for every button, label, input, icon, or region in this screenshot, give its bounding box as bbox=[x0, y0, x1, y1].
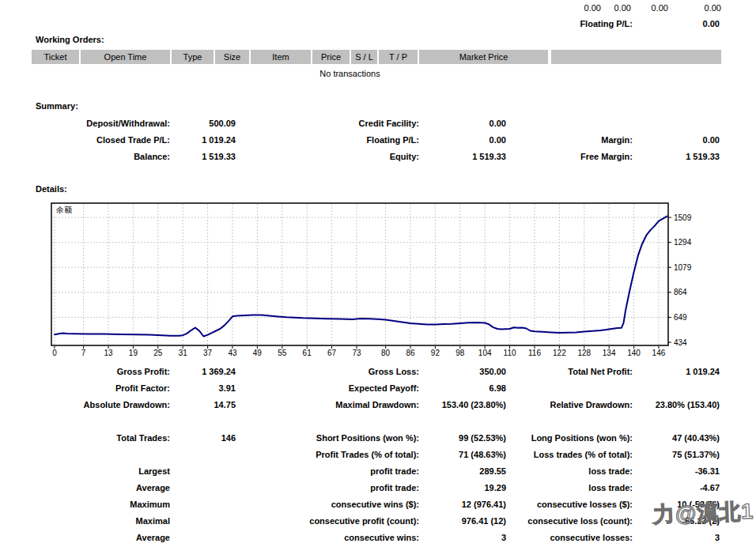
stat-value: 3 bbox=[634, 532, 720, 544]
stat-label: Largest bbox=[32, 466, 170, 477]
summary-value: 0.00 bbox=[421, 118, 506, 130]
x-tick-label: 128 bbox=[577, 349, 591, 357]
x-tick-label: 146 bbox=[652, 349, 666, 357]
details-title: Details: bbox=[36, 184, 67, 194]
y-tick-label: 1294 bbox=[674, 238, 692, 247]
stat-value: 47 (40.43%) bbox=[634, 432, 720, 444]
legend-bg bbox=[55, 205, 75, 215]
stat-value: 6.98 bbox=[421, 383, 506, 394]
orders-header-cell bbox=[551, 50, 721, 64]
stat-label: Loss trades (% of total): bbox=[510, 449, 633, 461]
orders-header-cell: Item bbox=[251, 50, 311, 64]
stat-label: consecutive losses: bbox=[510, 532, 633, 544]
summary-value: 1 519.33 bbox=[634, 151, 720, 163]
stat-value: 1 369.24 bbox=[170, 366, 236, 378]
summary-label: Credit Facility: bbox=[253, 118, 419, 130]
stat-label: Expected Payoff: bbox=[253, 383, 419, 394]
summary-value: 1 519.33 bbox=[421, 151, 506, 163]
x-tick-label: 43 bbox=[228, 349, 237, 357]
summary-label: Deposit/Withdrawal: bbox=[32, 118, 170, 130]
x-tick-label: 116 bbox=[528, 349, 541, 357]
orders-header-cell: Open Time bbox=[81, 50, 170, 64]
stat-label: consecutive wins ($): bbox=[253, 499, 419, 511]
y-tick-label: 434 bbox=[674, 338, 687, 347]
stat-value: 153.40 (23.80%) bbox=[421, 399, 506, 411]
stat-label: Profit Factor: bbox=[32, 383, 170, 394]
x-tick-label: 55 bbox=[278, 349, 287, 357]
x-tick-label: 104 bbox=[478, 349, 492, 357]
x-tick-label: 61 bbox=[303, 349, 312, 357]
stat-label: Total Trades: bbox=[32, 432, 170, 444]
orders-header-cell: Price bbox=[312, 50, 350, 64]
stat-label: Long Positions (won %): bbox=[510, 432, 633, 444]
x-tick-label: 19 bbox=[129, 349, 138, 357]
y-tick-label: 649 bbox=[674, 313, 687, 322]
totals-value: 0.00 bbox=[629, 2, 668, 14]
x-tick-label: 98 bbox=[455, 349, 465, 357]
stat-value: 1 019.24 bbox=[634, 366, 720, 378]
stat-value: 350.00 bbox=[421, 366, 506, 378]
summary-label: Floating P/L: bbox=[253, 134, 419, 146]
orders-header-cell: Type bbox=[172, 50, 214, 64]
stat-label: Maximal Drawdown: bbox=[253, 399, 419, 411]
stat-value: -4.67 bbox=[634, 482, 720, 494]
stat-label: profit trade: bbox=[253, 466, 419, 477]
x-tick-label: 37 bbox=[203, 349, 213, 357]
x-tick-label: 92 bbox=[431, 349, 440, 357]
balance-line bbox=[55, 217, 667, 337]
stat-value: 3.91 bbox=[170, 383, 236, 394]
plot-border bbox=[51, 203, 668, 345]
stat-value: 12 (976.41) bbox=[421, 499, 506, 511]
stat-label: Gross Profit: bbox=[32, 366, 170, 378]
stat-label: Maximum bbox=[32, 499, 170, 511]
totals-value: 0.00 bbox=[592, 2, 631, 14]
orders-header-cell: S / L bbox=[351, 50, 377, 64]
stat-label: consecutive wins: bbox=[253, 532, 419, 544]
watermark-text: 力@漠北1 bbox=[652, 497, 754, 529]
x-tick-label: 67 bbox=[327, 349, 337, 357]
no-transactions-text: No transactions bbox=[32, 68, 668, 80]
x-tick-label: 25 bbox=[153, 349, 163, 357]
stat-label: Gross Loss: bbox=[253, 366, 419, 378]
totals-value: 0.00 bbox=[674, 2, 721, 14]
orders-header-cell: Ticket bbox=[32, 50, 79, 64]
orders-header-cell: T / P bbox=[379, 50, 418, 64]
x-tick-label: 80 bbox=[381, 349, 391, 357]
summary-label: Equity: bbox=[253, 151, 419, 163]
stat-label: loss trade: bbox=[510, 466, 633, 477]
stat-value: 976.41 (12) bbox=[421, 515, 506, 527]
stat-label: consecutive losses ($): bbox=[510, 499, 633, 511]
summary-label: Margin: bbox=[510, 134, 633, 146]
x-tick-label: 73 bbox=[352, 349, 361, 357]
floating-pl-label: Floating P/L: bbox=[506, 18, 633, 30]
stat-label: Average bbox=[32, 532, 170, 544]
stat-value: 23.80% (153.40) bbox=[634, 399, 720, 411]
x-tick-label: 13 bbox=[104, 349, 113, 357]
x-tick-label: 31 bbox=[179, 349, 188, 357]
stat-value: 71 (48.63%) bbox=[421, 449, 506, 461]
summary-value: 500.09 bbox=[170, 118, 236, 130]
summary-value: 0.00 bbox=[634, 134, 720, 146]
x-tick-label: 110 bbox=[504, 349, 516, 357]
working-orders-title: Working Orders: bbox=[36, 35, 104, 44]
plot-area bbox=[51, 203, 668, 345]
stat-value: 3 bbox=[421, 532, 506, 544]
summary-value: 0.00 bbox=[421, 134, 506, 146]
stat-label: Total Net Profit: bbox=[510, 366, 633, 378]
account-statement-report: 0.000.000.000.00 Floating P/L: 0.00 Work… bbox=[0, 0, 756, 547]
summary-label: Closed Trade P/L: bbox=[32, 134, 170, 146]
stat-value: 146 bbox=[170, 432, 236, 444]
legend-label: 余额 bbox=[55, 206, 72, 214]
summary-value: 1 519.33 bbox=[170, 151, 236, 163]
stat-label: Short Positions (won %): bbox=[253, 432, 419, 444]
x-tick-label: 140 bbox=[627, 349, 641, 357]
x-tick-label: 0 bbox=[52, 349, 57, 357]
y-tick-label: 864 bbox=[674, 288, 687, 296]
x-tick-label: 49 bbox=[253, 349, 263, 357]
stat-label: consecutive loss (count): bbox=[510, 515, 633, 527]
stat-value: 99 (52.53%) bbox=[421, 432, 506, 444]
summary-title: Summary: bbox=[36, 101, 78, 111]
stat-value: 19.29 bbox=[421, 482, 506, 494]
stat-label: loss trade: bbox=[510, 482, 633, 494]
orders-header-cell: Market Price bbox=[419, 50, 548, 64]
